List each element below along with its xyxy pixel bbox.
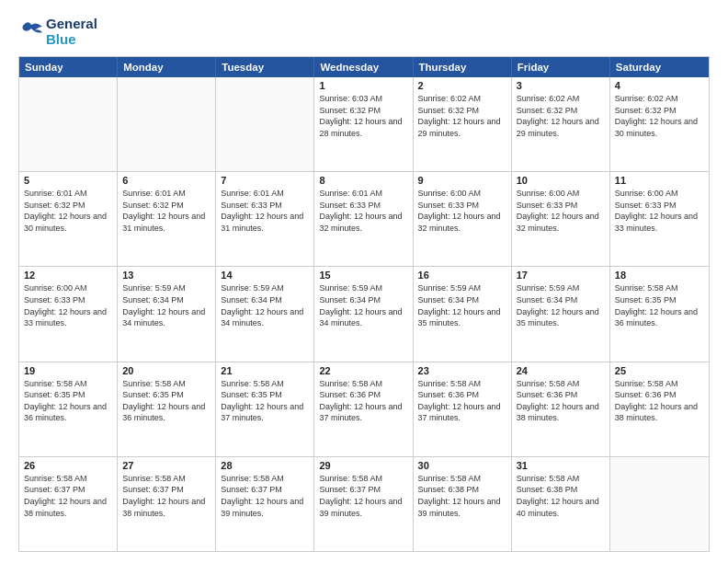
day-info-21: Sunrise: 5:58 AMSunset: 6:35 PMDaylight:… — [221, 378, 309, 424]
day-cell-29: 29Sunrise: 5:58 AMSunset: 6:37 PMDayligh… — [314, 457, 413, 551]
day-info-15: Sunrise: 5:59 AMSunset: 6:34 PMDaylight:… — [319, 282, 407, 328]
week-row-1: 1Sunrise: 6:03 AMSunset: 6:32 PMDaylight… — [19, 77, 709, 172]
day-info-14: Sunrise: 5:59 AMSunset: 6:34 PMDaylight:… — [221, 282, 309, 328]
day-cell-11: 11Sunrise: 6:00 AMSunset: 6:33 PMDayligh… — [610, 172, 709, 266]
day-number-6: 6 — [122, 175, 210, 186]
day-cell-4: 4Sunrise: 6:02 AMSunset: 6:32 PMDaylight… — [610, 77, 709, 171]
day-info-16: Sunrise: 5:59 AMSunset: 6:34 PMDaylight:… — [418, 282, 506, 328]
empty-cell-0-2 — [216, 77, 314, 171]
day-cell-31: 31Sunrise: 5:58 AMSunset: 6:38 PMDayligh… — [512, 457, 610, 551]
logo: General Blue — [18, 17, 97, 47]
day-cell-28: 28Sunrise: 5:58 AMSunset: 6:37 PMDayligh… — [216, 457, 314, 551]
day-cell-16: 16Sunrise: 5:59 AMSunset: 6:34 PMDayligh… — [414, 267, 512, 361]
day-info-28: Sunrise: 5:58 AMSunset: 6:37 PMDaylight:… — [221, 473, 309, 519]
day-cell-2: 2Sunrise: 6:02 AMSunset: 6:32 PMDaylight… — [414, 77, 512, 171]
day-number-19: 19 — [24, 365, 112, 376]
day-number-7: 7 — [221, 175, 309, 186]
calendar-body: 1Sunrise: 6:03 AMSunset: 6:32 PMDaylight… — [19, 77, 709, 551]
day-number-10: 10 — [517, 175, 605, 186]
day-cell-8: 8Sunrise: 6:01 AMSunset: 6:33 PMDaylight… — [314, 172, 413, 266]
day-info-30: Sunrise: 5:58 AMSunset: 6:38 PMDaylight:… — [418, 473, 506, 519]
day-info-9: Sunrise: 6:00 AMSunset: 6:33 PMDaylight:… — [418, 188, 506, 234]
day-cell-10: 10Sunrise: 6:00 AMSunset: 6:33 PMDayligh… — [512, 172, 610, 266]
day-number-5: 5 — [24, 175, 112, 186]
day-cell-6: 6Sunrise: 6:01 AMSunset: 6:32 PMDaylight… — [118, 172, 216, 266]
header-day-monday: Monday — [118, 57, 216, 77]
day-cell-23: 23Sunrise: 5:58 AMSunset: 6:36 PMDayligh… — [414, 362, 512, 456]
week-row-4: 19Sunrise: 5:58 AMSunset: 6:35 PMDayligh… — [19, 362, 709, 457]
day-info-12: Sunrise: 6:00 AMSunset: 6:33 PMDaylight:… — [24, 282, 112, 328]
empty-cell-0-1 — [118, 77, 216, 171]
logo-blue: Blue — [46, 32, 97, 48]
day-cell-17: 17Sunrise: 5:59 AMSunset: 6:34 PMDayligh… — [512, 267, 610, 361]
empty-cell-0-0 — [19, 77, 118, 171]
day-info-24: Sunrise: 5:58 AMSunset: 6:36 PMDaylight:… — [517, 378, 605, 424]
day-info-2: Sunrise: 6:02 AMSunset: 6:32 PMDaylight:… — [418, 93, 506, 139]
day-cell-15: 15Sunrise: 5:59 AMSunset: 6:34 PMDayligh… — [314, 267, 413, 361]
day-cell-26: 26Sunrise: 5:58 AMSunset: 6:37 PMDayligh… — [19, 457, 118, 551]
calendar: SundayMondayTuesdayWednesdayThursdayFrid… — [18, 56, 710, 552]
calendar-header: SundayMondayTuesdayWednesdayThursdayFrid… — [19, 57, 709, 77]
day-cell-1: 1Sunrise: 6:03 AMSunset: 6:32 PMDaylight… — [314, 77, 413, 171]
day-info-20: Sunrise: 5:58 AMSunset: 6:35 PMDaylight:… — [122, 378, 210, 424]
day-cell-20: 20Sunrise: 5:58 AMSunset: 6:35 PMDayligh… — [118, 362, 216, 456]
day-cell-5: 5Sunrise: 6:01 AMSunset: 6:32 PMDaylight… — [19, 172, 118, 266]
day-info-11: Sunrise: 6:00 AMSunset: 6:33 PMDaylight:… — [615, 188, 704, 234]
header: General Blue — [18, 17, 710, 47]
day-cell-7: 7Sunrise: 6:01 AMSunset: 6:33 PMDaylight… — [216, 172, 314, 266]
day-number-16: 16 — [418, 270, 506, 281]
header-day-wednesday: Wednesday — [314, 57, 413, 77]
day-number-17: 17 — [517, 270, 605, 281]
day-info-3: Sunrise: 6:02 AMSunset: 6:32 PMDaylight:… — [517, 93, 605, 139]
header-day-sunday: Sunday — [19, 57, 118, 77]
logo-bird-icon — [18, 19, 44, 45]
day-cell-21: 21Sunrise: 5:58 AMSunset: 6:35 PMDayligh… — [216, 362, 314, 456]
day-number-15: 15 — [319, 270, 407, 281]
day-number-22: 22 — [319, 365, 407, 376]
day-info-29: Sunrise: 5:58 AMSunset: 6:37 PMDaylight:… — [319, 473, 407, 519]
day-number-4: 4 — [615, 80, 704, 91]
day-number-24: 24 — [517, 365, 605, 376]
day-info-23: Sunrise: 5:58 AMSunset: 6:36 PMDaylight:… — [418, 378, 506, 424]
day-number-1: 1 — [319, 80, 407, 91]
day-number-26: 26 — [24, 460, 112, 471]
day-cell-22: 22Sunrise: 5:58 AMSunset: 6:36 PMDayligh… — [314, 362, 413, 456]
day-cell-14: 14Sunrise: 5:59 AMSunset: 6:34 PMDayligh… — [216, 267, 314, 361]
day-cell-18: 18Sunrise: 5:58 AMSunset: 6:35 PMDayligh… — [610, 267, 709, 361]
day-info-26: Sunrise: 5:58 AMSunset: 6:37 PMDaylight:… — [24, 473, 112, 519]
header-day-friday: Friday — [512, 57, 610, 77]
day-info-17: Sunrise: 5:59 AMSunset: 6:34 PMDaylight:… — [517, 282, 605, 328]
day-number-12: 12 — [24, 270, 112, 281]
day-cell-9: 9Sunrise: 6:00 AMSunset: 6:33 PMDaylight… — [414, 172, 512, 266]
day-number-13: 13 — [122, 270, 210, 281]
day-number-9: 9 — [418, 175, 506, 186]
day-info-19: Sunrise: 5:58 AMSunset: 6:35 PMDaylight:… — [24, 378, 112, 424]
day-number-20: 20 — [122, 365, 210, 376]
header-day-thursday: Thursday — [414, 57, 512, 77]
week-row-2: 5Sunrise: 6:01 AMSunset: 6:32 PMDaylight… — [19, 172, 709, 267]
day-number-25: 25 — [615, 365, 704, 376]
day-cell-24: 24Sunrise: 5:58 AMSunset: 6:36 PMDayligh… — [512, 362, 610, 456]
day-cell-12: 12Sunrise: 6:00 AMSunset: 6:33 PMDayligh… — [19, 267, 118, 361]
day-info-27: Sunrise: 5:58 AMSunset: 6:37 PMDaylight:… — [122, 473, 210, 519]
logo-general: General — [46, 17, 97, 32]
day-cell-13: 13Sunrise: 5:59 AMSunset: 6:34 PMDayligh… — [118, 267, 216, 361]
day-info-31: Sunrise: 5:58 AMSunset: 6:38 PMDaylight:… — [517, 473, 605, 519]
day-number-31: 31 — [517, 460, 605, 471]
day-info-25: Sunrise: 5:58 AMSunset: 6:36 PMDaylight:… — [615, 378, 704, 424]
day-number-14: 14 — [221, 270, 309, 281]
day-number-21: 21 — [221, 365, 309, 376]
day-cell-30: 30Sunrise: 5:58 AMSunset: 6:38 PMDayligh… — [414, 457, 512, 551]
day-number-29: 29 — [319, 460, 407, 471]
day-number-8: 8 — [319, 175, 407, 186]
day-info-4: Sunrise: 6:02 AMSunset: 6:32 PMDaylight:… — [615, 93, 704, 139]
empty-cell-4-6 — [610, 457, 709, 551]
day-info-10: Sunrise: 6:00 AMSunset: 6:33 PMDaylight:… — [517, 188, 605, 234]
week-row-3: 12Sunrise: 6:00 AMSunset: 6:33 PMDayligh… — [19, 267, 709, 362]
day-cell-19: 19Sunrise: 5:58 AMSunset: 6:35 PMDayligh… — [19, 362, 118, 456]
day-info-7: Sunrise: 6:01 AMSunset: 6:33 PMDaylight:… — [221, 188, 309, 234]
day-info-5: Sunrise: 6:01 AMSunset: 6:32 PMDaylight:… — [24, 188, 112, 234]
header-day-saturday: Saturday — [610, 57, 709, 77]
day-number-2: 2 — [418, 80, 506, 91]
day-info-1: Sunrise: 6:03 AMSunset: 6:32 PMDaylight:… — [319, 93, 407, 139]
